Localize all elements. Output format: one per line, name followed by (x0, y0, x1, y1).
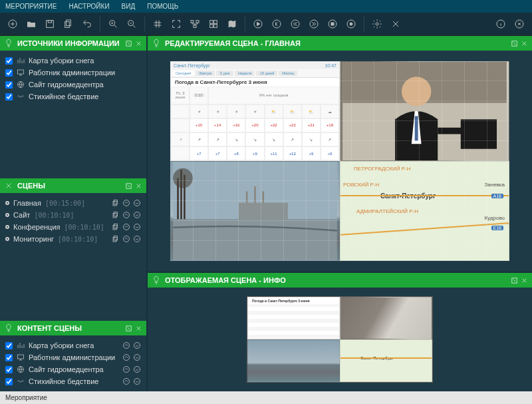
close-icon[interactable] (4, 181, 13, 190)
svg-point-63 (173, 168, 193, 188)
canvas-cell-photo[interactable] (340, 61, 509, 161)
content-checkbox[interactable] (5, 354, 13, 361)
zoom-out-button[interactable] (123, 15, 140, 33)
map-button[interactable] (223, 15, 241, 33)
menu-item-event[interactable]: МЕРОПРИЯТИЕ (5, 3, 57, 10)
content-item[interactable]: Карта уборки снега (3, 339, 144, 351)
scene-item[interactable]: Главная [00:15:00] (3, 197, 144, 209)
up-icon[interactable] (122, 223, 130, 231)
content-checkbox[interactable] (5, 378, 13, 385)
canvas-cell-weather[interactable]: Санкт-Петербург10:47 Сегодня Завтра 3 дн… (170, 61, 340, 161)
add-button[interactable] (4, 15, 21, 33)
content-checkbox[interactable] (5, 366, 13, 373)
close-icon[interactable] (135, 325, 142, 332)
scene-item[interactable]: Мониторинг [00:10:10] (3, 233, 144, 245)
close-icon[interactable] (521, 277, 528, 284)
content-checkbox[interactable] (5, 342, 13, 349)
down-icon[interactable] (133, 353, 141, 361)
down-icon[interactable] (133, 211, 141, 219)
weather-tab[interactable]: Месяц (279, 71, 297, 76)
up-icon[interactable] (122, 341, 130, 349)
weather-table: Пт, 3 июня 0.60 9% нет осадков ☀☀☀☀⛅⛅⛅☁ … (171, 87, 339, 160)
scene-time: [00:10:10] (58, 236, 98, 243)
tools-button[interactable] (387, 15, 404, 33)
close-icon[interactable] (521, 40, 528, 47)
source-checkbox[interactable] (5, 81, 13, 89)
down-icon[interactable] (133, 223, 141, 231)
up-icon[interactable] (122, 235, 130, 243)
stop-button[interactable] (324, 15, 341, 33)
content-item[interactable]: Стихийное бедствие (3, 375, 144, 387)
tiles-button[interactable] (205, 15, 222, 33)
copy-icon[interactable] (112, 199, 120, 207)
svg-point-50 (134, 355, 140, 361)
panel-header-content: КОНТЕНТ СЦЕНЫ (0, 321, 146, 335)
pin-icon[interactable] (511, 40, 518, 47)
play-button[interactable] (249, 15, 267, 33)
undo-button[interactable] (78, 15, 96, 33)
up-icon[interactable] (122, 199, 130, 207)
canvas-cell-landscape[interactable] (170, 161, 340, 261)
weather-tab[interactable]: Завтра (196, 71, 215, 76)
copy-icon[interactable] (112, 211, 120, 219)
record-button[interactable] (342, 15, 360, 33)
weather-tab[interactable]: Сегодня (172, 71, 194, 76)
menu-item-help[interactable]: ПОМОЩЬ (147, 3, 178, 10)
up-icon[interactable] (122, 211, 130, 219)
scene-item[interactable]: Сайт [00:10:10] (3, 209, 144, 221)
source-item[interactable]: Сайт гидромедцентра (3, 79, 144, 91)
pin-icon[interactable] (511, 277, 518, 284)
content-item[interactable]: Работник администрации (3, 351, 144, 363)
scene-canvas[interactable]: Санкт-Петербург10:47 Сегодня Завтра 3 дн… (170, 61, 509, 261)
fullscreen-button[interactable] (168, 15, 185, 33)
forward-button[interactable] (305, 15, 323, 33)
settings-button[interactable] (368, 15, 386, 33)
canvas-cell-map[interactable]: ПЕТРОГРАДСКИЙ Р-Н РОВСКИЙ Р-Н Санкт-Пете… (340, 161, 509, 261)
content-item[interactable]: Сайт гидромедцентра (3, 363, 144, 375)
weather-precip: 9% нет осадков (208, 87, 339, 104)
up-icon[interactable] (122, 365, 130, 373)
source-label: Работник администрации (29, 69, 115, 77)
copy-icon[interactable] (112, 235, 120, 243)
close-icon[interactable] (135, 182, 142, 190)
down-icon[interactable] (133, 341, 141, 349)
weather-tab[interactable]: Неделя (235, 71, 255, 76)
scene-editor[interactable]: Санкт-Петербург10:47 Сегодня Завтра 3 дн… (148, 51, 532, 272)
menu-item-settings[interactable]: НАСТРОЙКИ (68, 3, 109, 10)
skip-back-button[interactable] (268, 15, 285, 33)
source-checkbox[interactable] (5, 57, 13, 65)
down-icon[interactable] (133, 199, 141, 207)
save-button[interactable] (41, 15, 59, 33)
source-checkbox[interactable] (5, 93, 13, 101)
flow-button[interactable] (186, 15, 203, 33)
info-button[interactable] (492, 15, 509, 33)
svg-point-47 (134, 343, 140, 349)
down-icon[interactable] (133, 377, 141, 385)
up-icon[interactable] (122, 377, 130, 385)
copy-icon[interactable] (112, 223, 120, 231)
pin-icon[interactable] (125, 182, 132, 190)
open-button[interactable] (23, 15, 40, 33)
scene-time: [00:10:10] (64, 224, 104, 231)
copy-button[interactable] (60, 15, 77, 33)
pin-icon[interactable] (125, 325, 132, 332)
down-icon[interactable] (133, 365, 141, 373)
down-icon[interactable] (133, 235, 141, 243)
pin-icon[interactable] (125, 40, 132, 47)
svg-rect-9 (194, 25, 196, 27)
source-item[interactable]: Стихийное бедствие (3, 91, 144, 102)
zoom-in-button[interactable] (104, 15, 122, 33)
weather-tab[interactable]: 10 дней (256, 71, 277, 76)
close-icon[interactable] (135, 40, 142, 47)
source-checkbox[interactable] (5, 69, 13, 77)
grid-button[interactable] (149, 15, 166, 33)
source-item[interactable]: Работник администрации (3, 67, 144, 79)
scene-item[interactable]: Конференция [00:10:10] (3, 221, 144, 233)
sources-list: Карта уборки снега Работник администраци… (0, 51, 146, 106)
rewind-button[interactable] (287, 15, 304, 33)
source-item[interactable]: Карта уборки снега (3, 55, 144, 67)
up-icon[interactable] (122, 353, 130, 361)
close-app-button[interactable] (511, 15, 528, 33)
weather-tab[interactable]: 3 дня (216, 71, 233, 76)
menu-item-view[interactable]: ВИД (122, 3, 136, 10)
